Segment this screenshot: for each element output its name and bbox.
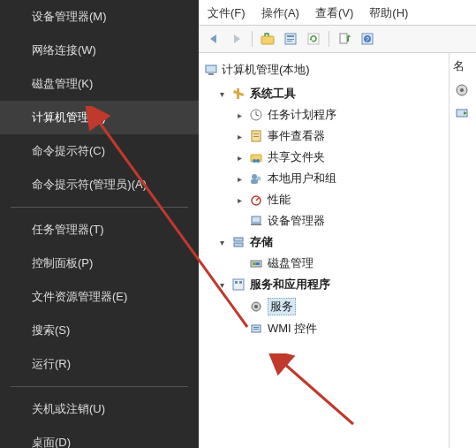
action-icon[interactable] [453, 104, 471, 122]
tree-label: WMI 控件 [268, 321, 317, 337]
menu-view[interactable]: 查看(V) [315, 5, 353, 21]
menu-separator [11, 207, 188, 208]
tree-label: 服务和应用程序 [250, 277, 330, 292]
tree-label: 设备管理器 [268, 213, 325, 229]
svg-point-45 [254, 305, 258, 308]
device-icon [248, 213, 264, 229]
menu-network-connections[interactable]: 网络连接(W) [0, 34, 199, 67]
tree-system-tools[interactable]: ▾ 系统工具 [204, 83, 445, 104]
tree-disk-management[interactable]: 磁盘管理 [204, 253, 445, 274]
properties-button[interactable] [281, 29, 300, 49]
tree-performance[interactable]: ▸ 性能 [204, 189, 445, 210]
services-apps-icon [230, 277, 246, 292]
toolbar-separator-2 [329, 31, 329, 47]
back-button[interactable] [204, 29, 223, 49]
svg-point-50 [460, 88, 464, 92]
menu-shutdown-signout[interactable]: 关机或注销(U) [0, 392, 199, 426]
menu-device-manager[interactable]: 设备管理器(M) [0, 0, 199, 34]
tree-event-viewer[interactable]: ▸ 事件查看器 [204, 125, 445, 147]
storage-icon [230, 234, 246, 250]
tree-wmi-control[interactable]: WMI 控件 [204, 318, 445, 339]
chevron-right-icon[interactable]: ▸ [234, 110, 245, 120]
toolbar: ? [199, 26, 476, 53]
menu-action[interactable]: 操作(A) [261, 5, 299, 21]
gear-icon[interactable] [453, 81, 471, 99]
svg-rect-34 [252, 216, 261, 223]
computer-icon [204, 63, 218, 77]
svg-rect-42 [235, 281, 238, 284]
forward-button[interactable] [227, 29, 246, 49]
tree-label: 服务 [268, 298, 296, 315]
help-button[interactable]: ? [358, 29, 377, 49]
up-button[interactable] [258, 29, 277, 49]
menu-task-manager[interactable]: 任务管理器(T) [0, 213, 199, 247]
tree-services[interactable]: 服务 [204, 295, 445, 318]
menu-control-panel[interactable]: 控制面板(P) [0, 247, 199, 280]
tree-local-users[interactable]: ▸ 本地用户和组 [204, 168, 445, 189]
navigation-tree: 计算机管理(本地) ▾ 系统工具 ▸ 任务计划程序 ▸ 事件查看器 ▸ 共享文件 [199, 53, 450, 448]
menu-computer-management[interactable]: 计算机管理(G) [0, 101, 199, 134]
refresh-button[interactable] [304, 29, 323, 49]
svg-marker-1 [234, 34, 240, 43]
menubar: 文件(F) 操作(A) 查看(V) 帮助(H) [199, 0, 476, 26]
svg-rect-43 [239, 281, 242, 284]
export-button[interactable] [335, 29, 354, 49]
help-icon: ? [360, 32, 374, 46]
tree-root-label: 计算机管理(本地) [222, 62, 310, 78]
tree-label: 任务计划程序 [268, 107, 336, 123]
svg-rect-17 [208, 73, 214, 75]
winx-context-menu: 设备管理器(M) 网络连接(W) 磁盘管理(K) 计算机管理(G) 命令提示符(… [0, 0, 199, 448]
tree-label: 共享文件夹 [268, 149, 325, 165]
menu-desktop[interactable]: 桌面(D) [0, 426, 199, 448]
svg-rect-35 [251, 224, 261, 225]
menu-command-prompt[interactable]: 命令提示符(C) [0, 134, 199, 168]
svg-rect-25 [253, 136, 259, 137]
refresh-icon [306, 32, 321, 46]
tree-label: 本地用户和组 [268, 171, 336, 186]
menu-help[interactable]: 帮助(H) [369, 5, 408, 21]
tree-task-scheduler[interactable]: ▸ 任务计划程序 [204, 104, 445, 125]
tree-label: 磁盘管理 [268, 255, 314, 271]
toolbar-separator [252, 31, 253, 47]
menu-file-explorer[interactable]: 文件资源管理器(E) [0, 280, 199, 314]
svg-marker-0 [210, 34, 216, 43]
tree-device-manager[interactable]: 设备管理器 [204, 210, 445, 232]
chevron-right-icon[interactable]: ▸ [234, 132, 245, 141]
event-log-icon [248, 128, 264, 144]
svg-rect-24 [253, 133, 259, 134]
svg-rect-31 [251, 179, 258, 184]
svg-rect-2 [261, 36, 274, 44]
export-icon [337, 32, 351, 46]
menu-run[interactable]: 运行(R) [0, 347, 199, 381]
tree-storage[interactable]: ▾ 存储 [204, 232, 445, 253]
menu-disk-management[interactable]: 磁盘管理(K) [0, 67, 199, 101]
clock-icon [248, 107, 264, 123]
svg-rect-10 [340, 34, 347, 43]
chevron-down-icon[interactable]: ▾ [216, 280, 227, 290]
users-icon [248, 171, 264, 186]
tree-label: 事件查看器 [268, 128, 325, 144]
shared-folder-icon [248, 149, 264, 165]
back-icon [208, 33, 220, 45]
actions-column: 名 [450, 53, 476, 448]
svg-point-27 [253, 159, 256, 163]
performance-icon [248, 192, 264, 208]
menu-command-prompt-admin[interactable]: 命令提示符(管理员)(A) [0, 168, 199, 201]
tree-services-apps[interactable]: ▾ 服务和应用程序 [204, 274, 445, 295]
svg-rect-7 [287, 41, 292, 42]
tree-root[interactable]: 计算机管理(本地) [204, 60, 445, 83]
tree-shared-folders[interactable]: ▸ 共享文件夹 [204, 147, 445, 168]
svg-rect-12 [347, 37, 349, 42]
svg-rect-36 [234, 238, 243, 241]
chevron-down-icon[interactable]: ▾ [216, 89, 227, 99]
chevron-right-icon[interactable]: ▸ [234, 174, 245, 184]
tree-label: 性能 [268, 192, 291, 208]
svg-rect-16 [206, 65, 216, 72]
chevron-down-icon[interactable]: ▾ [216, 238, 227, 247]
menu-separator-2 [11, 386, 188, 387]
forward-icon [230, 33, 243, 45]
chevron-right-icon[interactable]: ▸ [234, 195, 245, 205]
chevron-right-icon[interactable]: ▸ [234, 153, 245, 163]
menu-search[interactable]: 搜索(S) [0, 314, 199, 347]
menu-file[interactable]: 文件(F) [208, 5, 246, 21]
